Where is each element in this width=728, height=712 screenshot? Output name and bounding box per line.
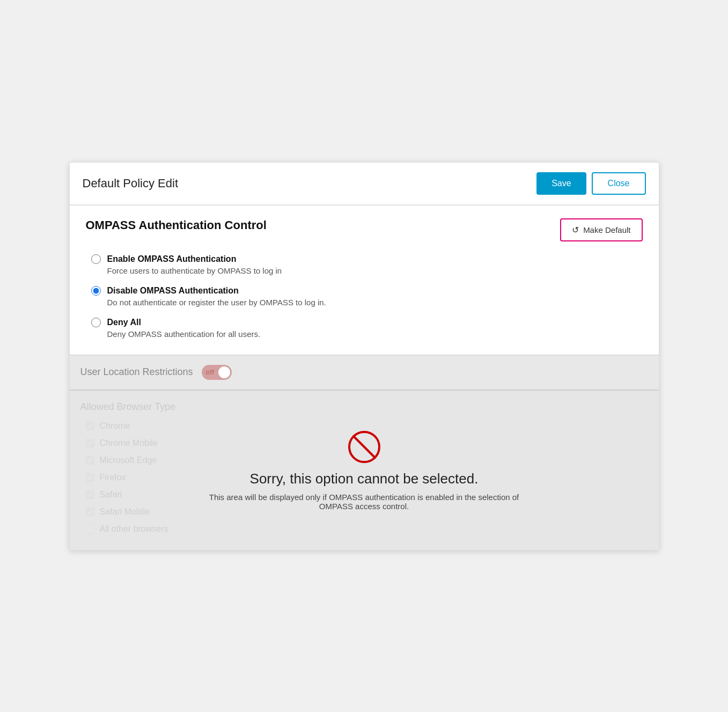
make-default-label: Make Default — [583, 225, 630, 234]
radio-label-row-enable: Enable OMPASS Authentication — [91, 254, 643, 264]
radio-label-enable: Enable OMPASS Authentication — [107, 254, 237, 264]
radio-item-denyall: Deny All Deny OMPASS authentication for … — [91, 318, 643, 339]
no-entry-icon — [347, 430, 381, 464]
svg-line-1 — [354, 436, 375, 458]
overlay-title: Sorry, this option cannot be selected. — [250, 471, 479, 487]
radio-desc-enable: Force users to authenticate by OMPASS to… — [107, 266, 643, 275]
radio-item-disable: Disable OMPASS Authentication Do not aut… — [91, 286, 643, 307]
radio-enable[interactable] — [91, 254, 101, 264]
location-section: User Location Restrictions off — [70, 355, 659, 390]
make-default-button[interactable]: ↺ Make Default — [560, 218, 642, 241]
modal-container: Default Policy Edit Save Close OMPASS Au… — [69, 162, 659, 550]
toggle-track: off — [202, 365, 232, 380]
radio-label-row-denyall: Deny All — [91, 318, 643, 327]
page-title: Default Policy Edit — [83, 177, 179, 190]
radio-label-row-disable: Disable OMPASS Authentication — [91, 286, 643, 296]
close-button[interactable]: Close — [592, 172, 646, 195]
radio-denyall[interactable] — [91, 318, 101, 327]
browser-section: Allowed Browser Type Chrome Chrome Mobil… — [70, 391, 659, 550]
overlay-description: This area will be displayed only if OMPA… — [203, 493, 525, 511]
radio-desc-denyall: Deny OMPASS authentication for all users… — [107, 329, 643, 339]
disabled-section: User Location Restrictions off Allowed B… — [70, 355, 659, 550]
radio-disable[interactable] — [91, 286, 101, 296]
modal-body: OMPASS Authentication Control ↺ Make Def… — [70, 205, 659, 339]
radio-label-disable: Disable OMPASS Authentication — [107, 286, 239, 296]
radio-label-denyall: Deny All — [107, 318, 141, 327]
ompass-section-title: OMPASS Authentication Control — [86, 218, 267, 232]
toggle-knob — [218, 366, 230, 378]
disabled-overlay: Sorry, this option cannot be selected. T… — [70, 391, 659, 550]
save-button[interactable]: Save — [536, 172, 586, 195]
toggle-text: off — [206, 369, 214, 376]
ompass-section-header: OMPASS Authentication Control ↺ Make Def… — [86, 218, 643, 241]
radio-desc-disable: Do not authenticate or register the user… — [107, 298, 643, 307]
location-label: User Location Restrictions — [80, 366, 193, 378]
radio-item-enable: Enable OMPASS Authentication Force users… — [91, 254, 643, 275]
ompass-radio-group: Enable OMPASS Authentication Force users… — [91, 254, 643, 339]
toggle-switch[interactable]: off — [202, 365, 232, 380]
header-buttons: Save Close — [536, 172, 645, 195]
modal-header: Default Policy Edit Save Close — [70, 163, 659, 205]
reset-icon: ↺ — [572, 225, 579, 235]
